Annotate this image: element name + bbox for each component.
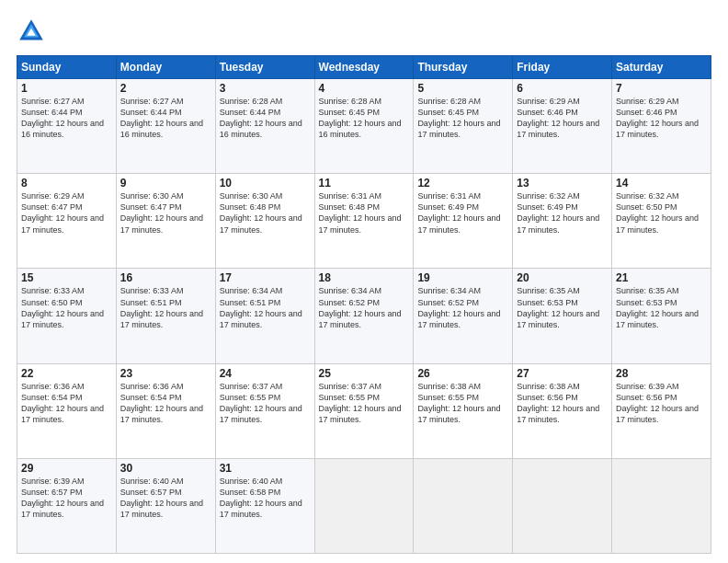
calendar-day-cell: 17Sunrise: 6:34 AMSunset: 6:51 PMDayligh…	[215, 269, 314, 363]
day-info: Sunrise: 6:32 AMSunset: 6:49 PMDaylight:…	[517, 191, 599, 234]
day-info: Sunrise: 6:27 AMSunset: 6:44 PMDaylight:…	[21, 97, 104, 139]
calendar-week-row: 22Sunrise: 6:36 AMSunset: 6:54 PMDayligh…	[17, 363, 711, 458]
day-info: Sunrise: 6:31 AMSunset: 6:49 PMDaylight:…	[417, 191, 500, 234]
day-info: Sunrise: 6:28 AMSunset: 6:45 PMDaylight:…	[319, 97, 402, 139]
calendar-day-cell: 2Sunrise: 6:27 AMSunset: 6:44 PMDaylight…	[116, 79, 215, 174]
day-info: Sunrise: 6:29 AMSunset: 6:47 PMDaylight:…	[21, 191, 104, 234]
day-info: Sunrise: 6:31 AMSunset: 6:48 PMDaylight:…	[319, 191, 402, 234]
calendar-day-cell	[612, 458, 711, 553]
day-number: 2	[120, 82, 211, 95]
calendar-day-cell: 3Sunrise: 6:28 AMSunset: 6:44 PMDaylight…	[215, 79, 314, 174]
calendar-day-cell: 29Sunrise: 6:39 AMSunset: 6:57 PMDayligh…	[17, 458, 117, 553]
day-info: Sunrise: 6:29 AMSunset: 6:46 PMDaylight:…	[616, 97, 699, 139]
day-number: 9	[120, 177, 211, 190]
day-number: 19	[417, 271, 508, 284]
day-number: 22	[21, 367, 112, 380]
calendar-week-row: 15Sunrise: 6:33 AMSunset: 6:50 PMDayligh…	[17, 269, 711, 363]
day-number: 10	[220, 177, 311, 190]
day-number: 25	[319, 367, 410, 380]
calendar-day-cell: 7Sunrise: 6:29 AMSunset: 6:46 PMDaylight…	[612, 79, 711, 174]
day-number: 11	[319, 177, 410, 190]
day-number: 5	[417, 82, 508, 95]
day-info: Sunrise: 6:30 AMSunset: 6:48 PMDaylight:…	[220, 191, 302, 234]
day-info: Sunrise: 6:40 AMSunset: 6:58 PMDaylight:…	[220, 477, 302, 519]
day-number: 8	[21, 177, 112, 190]
day-info: Sunrise: 6:38 AMSunset: 6:55 PMDaylight:…	[417, 382, 500, 424]
day-info: Sunrise: 6:34 AMSunset: 6:52 PMDaylight:…	[319, 286, 402, 328]
day-info: Sunrise: 6:39 AMSunset: 6:57 PMDaylight:…	[21, 477, 104, 519]
calendar-day-cell: 16Sunrise: 6:33 AMSunset: 6:51 PMDayligh…	[116, 269, 215, 363]
day-number: 18	[319, 271, 410, 284]
day-number: 24	[220, 367, 311, 380]
calendar-header-cell: Friday	[513, 56, 612, 79]
calendar-day-cell: 5Sunrise: 6:28 AMSunset: 6:45 PMDaylight…	[414, 79, 513, 174]
calendar-day-cell: 31Sunrise: 6:40 AMSunset: 6:58 PMDayligh…	[215, 458, 314, 553]
day-info: Sunrise: 6:30 AMSunset: 6:47 PMDaylight:…	[120, 191, 203, 234]
day-info: Sunrise: 6:40 AMSunset: 6:57 PMDaylight:…	[120, 477, 203, 519]
calendar-day-cell: 26Sunrise: 6:38 AMSunset: 6:55 PMDayligh…	[414, 363, 513, 458]
calendar-day-cell: 23Sunrise: 6:36 AMSunset: 6:54 PMDayligh…	[116, 363, 215, 458]
calendar-day-cell: 8Sunrise: 6:29 AMSunset: 6:47 PMDaylight…	[17, 174, 117, 269]
calendar-day-cell: 14Sunrise: 6:32 AMSunset: 6:50 PMDayligh…	[612, 174, 711, 269]
calendar-day-cell: 10Sunrise: 6:30 AMSunset: 6:48 PMDayligh…	[215, 174, 314, 269]
calendar-header-row: SundayMondayTuesdayWednesdayThursdayFrid…	[17, 56, 711, 79]
calendar-day-cell: 28Sunrise: 6:39 AMSunset: 6:56 PMDayligh…	[612, 363, 711, 458]
calendar-day-cell: 13Sunrise: 6:32 AMSunset: 6:49 PMDayligh…	[513, 174, 612, 269]
calendar-day-cell: 15Sunrise: 6:33 AMSunset: 6:50 PMDayligh…	[17, 269, 117, 363]
calendar-day-cell: 24Sunrise: 6:37 AMSunset: 6:55 PMDayligh…	[215, 363, 314, 458]
calendar-day-cell: 11Sunrise: 6:31 AMSunset: 6:48 PMDayligh…	[314, 174, 414, 269]
day-number: 13	[517, 177, 608, 190]
day-number: 26	[417, 367, 508, 380]
calendar-day-cell: 20Sunrise: 6:35 AMSunset: 6:53 PMDayligh…	[513, 269, 612, 363]
day-info: Sunrise: 6:27 AMSunset: 6:44 PMDaylight:…	[120, 97, 203, 139]
calendar-day-cell: 9Sunrise: 6:30 AMSunset: 6:47 PMDaylight…	[116, 174, 215, 269]
calendar-header-cell: Sunday	[17, 56, 117, 79]
day-number: 16	[120, 271, 211, 284]
calendar-header-cell: Monday	[116, 56, 215, 79]
day-number: 23	[120, 367, 211, 380]
header	[17, 17, 711, 46]
day-info: Sunrise: 6:34 AMSunset: 6:51 PMDaylight:…	[220, 286, 302, 328]
day-number: 27	[517, 367, 608, 380]
calendar-header-cell: Saturday	[612, 56, 711, 79]
day-number: 30	[120, 462, 211, 475]
calendar-day-cell: 19Sunrise: 6:34 AMSunset: 6:52 PMDayligh…	[414, 269, 513, 363]
day-number: 17	[220, 271, 311, 284]
day-info: Sunrise: 6:36 AMSunset: 6:54 PMDaylight:…	[120, 382, 203, 424]
calendar-day-cell: 12Sunrise: 6:31 AMSunset: 6:49 PMDayligh…	[414, 174, 513, 269]
calendar-day-cell: 22Sunrise: 6:36 AMSunset: 6:54 PMDayligh…	[17, 363, 117, 458]
calendar-day-cell: 30Sunrise: 6:40 AMSunset: 6:57 PMDayligh…	[116, 458, 215, 553]
day-info: Sunrise: 6:35 AMSunset: 6:53 PMDaylight:…	[616, 286, 699, 328]
day-info: Sunrise: 6:37 AMSunset: 6:55 PMDaylight:…	[319, 382, 402, 424]
day-number: 12	[417, 177, 508, 190]
calendar-day-cell: 6Sunrise: 6:29 AMSunset: 6:46 PMDaylight…	[513, 79, 612, 174]
page: SundayMondayTuesdayWednesdayThursdayFrid…	[0, 0, 728, 563]
calendar-day-cell: 1Sunrise: 6:27 AMSunset: 6:44 PMDaylight…	[17, 79, 117, 174]
calendar-header-cell: Tuesday	[215, 56, 314, 79]
calendar-header-cell: Thursday	[414, 56, 513, 79]
calendar-week-row: 1Sunrise: 6:27 AMSunset: 6:44 PMDaylight…	[17, 79, 711, 174]
day-number: 15	[21, 271, 112, 284]
day-number: 29	[21, 462, 112, 475]
calendar-body: 1Sunrise: 6:27 AMSunset: 6:44 PMDaylight…	[17, 79, 711, 554]
logo	[17, 17, 50, 46]
day-number: 28	[616, 367, 707, 380]
day-info: Sunrise: 6:36 AMSunset: 6:54 PMDaylight:…	[21, 382, 104, 424]
day-number: 4	[319, 82, 410, 95]
day-info: Sunrise: 6:29 AMSunset: 6:46 PMDaylight:…	[517, 97, 599, 139]
calendar-day-cell: 4Sunrise: 6:28 AMSunset: 6:45 PMDaylight…	[314, 79, 414, 174]
day-number: 21	[616, 271, 707, 284]
day-number: 14	[616, 177, 707, 190]
calendar-header-cell: Wednesday	[314, 56, 414, 79]
day-info: Sunrise: 6:35 AMSunset: 6:53 PMDaylight:…	[517, 286, 599, 328]
day-info: Sunrise: 6:32 AMSunset: 6:50 PMDaylight:…	[616, 191, 699, 234]
calendar-day-cell: 27Sunrise: 6:38 AMSunset: 6:56 PMDayligh…	[513, 363, 612, 458]
day-number: 6	[517, 82, 608, 95]
calendar-day-cell: 21Sunrise: 6:35 AMSunset: 6:53 PMDayligh…	[612, 269, 711, 363]
calendar-day-cell	[513, 458, 612, 553]
day-info: Sunrise: 6:39 AMSunset: 6:56 PMDaylight:…	[616, 382, 699, 424]
calendar-day-cell	[314, 458, 414, 553]
day-info: Sunrise: 6:33 AMSunset: 6:51 PMDaylight:…	[120, 286, 203, 328]
calendar-day-cell: 18Sunrise: 6:34 AMSunset: 6:52 PMDayligh…	[314, 269, 414, 363]
day-info: Sunrise: 6:28 AMSunset: 6:45 PMDaylight:…	[417, 97, 500, 139]
